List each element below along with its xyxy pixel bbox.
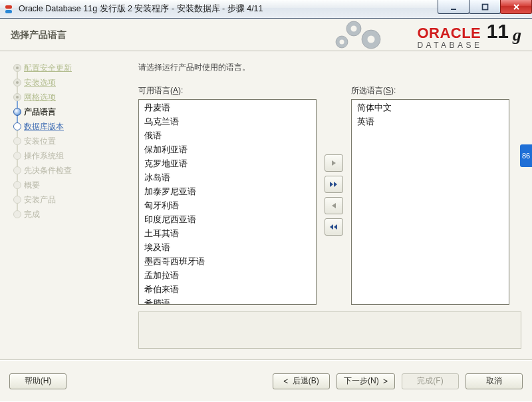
main-area: 配置安全更新安装选项网格选项产品语言数据库版本安装位置操作系统组先决条件检查概要… xyxy=(0,51,532,360)
minimize-button[interactable] xyxy=(438,0,469,14)
brand-oracle: ORACLE xyxy=(417,25,482,42)
wizard-sidebar: 配置安全更新安装选项网格选项产品语言数据库版本安装位置操作系统组先决条件检查概要… xyxy=(0,51,130,359)
close-button[interactable] xyxy=(500,0,532,14)
svg-rect-1 xyxy=(482,4,487,9)
step-bullet-icon xyxy=(13,196,21,204)
list-item[interactable]: 希伯来语 xyxy=(139,283,316,297)
window-titlebar: Oracle Database 11g 发行版 2 安装程序 - 安装数据库 -… xyxy=(0,0,532,19)
svg-point-7 xyxy=(340,40,344,45)
step-label: 安装选项 xyxy=(24,77,56,89)
move-right-button[interactable] xyxy=(325,154,343,172)
header: 选择产品语言 ORACLE DATABASE 11 g xyxy=(0,19,532,51)
selected-label: 所选语言(S): xyxy=(351,85,509,97)
move-left-button[interactable] xyxy=(325,197,343,214)
step-label: 完成 xyxy=(24,209,40,220)
available-column: 可用语言(A): 丹麦语乌克兰语俄语保加利亚语克罗地亚语冰岛语加泰罗尼亚语匈牙利… xyxy=(138,85,317,305)
list-item[interactable]: 乌克兰语 xyxy=(139,115,316,129)
step-label: 概要 xyxy=(24,180,40,191)
list-item[interactable]: 简体中文 xyxy=(352,101,509,115)
maximize-button[interactable] xyxy=(469,0,501,14)
step-label: 产品语言 xyxy=(24,106,56,118)
selected-listbox[interactable]: 简体中文英语 xyxy=(351,99,509,305)
step-bullet-icon xyxy=(13,166,21,174)
wizard-step-8: 概要 xyxy=(0,178,130,192)
svg-point-5 xyxy=(351,26,357,32)
wizard-step-10: 完成 xyxy=(0,207,130,222)
mover-buttons xyxy=(322,85,346,305)
list-item[interactable]: 加泰罗尼亚语 xyxy=(139,185,316,199)
wizard-step-2[interactable]: 网格选项 xyxy=(0,90,130,104)
list-item[interactable]: 墨西哥西班牙语 xyxy=(139,255,316,269)
available-listbox[interactable]: 丹麦语乌克兰语俄语保加利亚语克罗地亚语冰岛语加泰罗尼亚语匈牙利语印度尼西亚语土耳… xyxy=(138,99,317,305)
message-area xyxy=(138,311,521,349)
back-button[interactable]: < 后退(B) xyxy=(273,373,330,389)
step-bullet-icon xyxy=(13,64,21,72)
list-item[interactable]: 保加利亚语 xyxy=(139,143,316,157)
svg-rect-0 xyxy=(451,9,456,10)
wizard-step-5: 安装位置 xyxy=(0,134,130,148)
step-label: 操作系统组 xyxy=(24,150,64,162)
list-item[interactable]: 克罗地亚语 xyxy=(139,157,316,171)
window-title: Oracle Database 11g 发行版 2 安装程序 - 安装数据库 -… xyxy=(19,3,263,15)
wizard-step-6: 操作系统组 xyxy=(0,148,130,163)
cancel-button[interactable]: 取消 xyxy=(466,373,523,389)
list-item[interactable]: 埃及语 xyxy=(139,241,316,255)
list-item[interactable]: 冰岛语 xyxy=(139,171,316,185)
instruction-text: 请选择运行产品时使用的语言。 xyxy=(138,62,521,73)
help-button[interactable]: 帮助(H) xyxy=(9,373,66,389)
step-bullet-icon xyxy=(13,210,21,218)
next-button[interactable]: 下一步(N) > xyxy=(336,373,395,389)
step-label: 先决条件检查 xyxy=(24,165,72,176)
step-label: 安装位置 xyxy=(24,136,56,147)
move-all-right-button[interactable] xyxy=(325,176,343,193)
list-item[interactable]: 希腊语 xyxy=(139,297,316,305)
step-bullet-icon xyxy=(13,79,21,87)
finish-button: 完成(F) xyxy=(402,373,459,389)
step-label: 数据库版本 xyxy=(24,121,64,132)
step-bullet-icon xyxy=(13,152,21,160)
selected-column: 所选语言(S): 简体中文英语 xyxy=(351,85,509,305)
dual-list: 可用语言(A): 丹麦语乌克兰语俄语保加利亚语克罗地亚语冰岛语加泰罗尼亚语匈牙利… xyxy=(138,85,521,305)
step-bullet-icon xyxy=(13,122,21,130)
wizard-step-9: 安装产品 xyxy=(0,192,130,207)
brand-logo: ORACLE DATABASE 11 g xyxy=(417,20,521,50)
list-item[interactable]: 孟加拉语 xyxy=(139,269,316,283)
wizard-step-7: 先决条件检查 xyxy=(0,163,130,178)
app-icon xyxy=(4,4,15,15)
wizard-step-4[interactable]: 数据库版本 xyxy=(0,119,130,134)
brand-version-g: g xyxy=(513,25,521,45)
list-item[interactable]: 俄语 xyxy=(139,129,316,143)
step-label: 安装产品 xyxy=(24,194,56,206)
side-tab[interactable]: 86 xyxy=(520,144,532,167)
list-item[interactable]: 英语 xyxy=(352,115,509,129)
step-bullet-icon xyxy=(13,181,21,189)
window-controls xyxy=(438,0,532,13)
brand-version-number: 11 xyxy=(487,20,509,43)
wizard-step-3: 产品语言 xyxy=(0,104,130,119)
step-bullet-icon xyxy=(13,108,21,116)
wizard-step-0: 配置安全更新 xyxy=(0,61,130,75)
step-label: 配置安全更新 xyxy=(24,63,72,74)
step-bullet-icon xyxy=(13,93,21,101)
wizard-step-1: 安装选项 xyxy=(0,75,130,90)
available-label: 可用语言(A): xyxy=(138,85,317,97)
move-all-left-button[interactable] xyxy=(325,218,343,236)
list-item[interactable]: 丹麦语 xyxy=(139,101,316,115)
step-label: 网格选项 xyxy=(24,92,56,103)
list-item[interactable]: 印度尼西亚语 xyxy=(139,213,316,227)
list-item[interactable]: 土耳其语 xyxy=(139,227,316,241)
footer: 帮助(H) < 后退(B) 下一步(N) > 完成(F) 取消 xyxy=(0,360,532,401)
step-bullet-icon xyxy=(13,137,21,145)
gears-graphic xyxy=(331,19,400,52)
list-item[interactable]: 匈牙利语 xyxy=(139,199,316,213)
brand-database: DATABASE xyxy=(417,41,482,50)
page-heading: 选择产品语言 xyxy=(11,29,66,41)
svg-point-6 xyxy=(368,36,375,43)
content-pane: 请选择运行产品时使用的语言。 可用语言(A): 丹麦语乌克兰语俄语保加利亚语克罗… xyxy=(130,51,532,359)
